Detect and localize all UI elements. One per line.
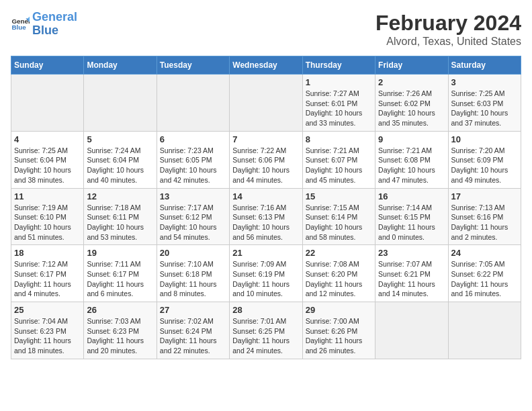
calendar-cell: 28Sunrise: 7:01 AMSunset: 6:25 PMDayligh… — [230, 302, 302, 359]
day-info: Sunrise: 7:04 AMSunset: 6:23 PMDaylight:… — [14, 316, 81, 356]
calendar-cell — [448, 302, 521, 359]
day-number: 22 — [306, 248, 372, 258]
day-info: Sunrise: 7:03 AMSunset: 6:23 PMDaylight:… — [87, 316, 153, 356]
day-number: 7 — [232, 134, 299, 144]
day-number: 18 — [14, 248, 81, 258]
calendar-cell: 11Sunrise: 7:19 AMSunset: 6:10 PMDayligh… — [11, 188, 84, 245]
day-number: 10 — [451, 134, 518, 144]
day-number: 8 — [306, 134, 372, 144]
day-number: 14 — [232, 191, 299, 201]
day-number: 16 — [378, 191, 445, 201]
day-number: 6 — [160, 134, 226, 144]
calendar-table: SundayMondayTuesdayWednesdayThursdayFrid… — [11, 56, 521, 359]
calendar-week-1: 1Sunrise: 7:27 AMSunset: 6:01 PMDaylight… — [11, 75, 521, 132]
day-number: 24 — [451, 248, 518, 258]
calendar-cell: 19Sunrise: 7:11 AMSunset: 6:17 PMDayligh… — [84, 245, 157, 302]
calendar-cell: 25Sunrise: 7:04 AMSunset: 6:23 PMDayligh… — [11, 302, 84, 359]
day-info: Sunrise: 7:22 AMSunset: 6:06 PMDaylight:… — [232, 146, 299, 185]
calendar-week-3: 11Sunrise: 7:19 AMSunset: 6:10 PMDayligh… — [11, 188, 521, 245]
day-info: Sunrise: 7:07 AMSunset: 6:21 PMDaylight:… — [378, 259, 445, 299]
calendar-cell — [11, 75, 84, 132]
calendar-cell: 20Sunrise: 7:10 AMSunset: 6:18 PMDayligh… — [157, 245, 229, 302]
calendar-cell: 5Sunrise: 7:24 AMSunset: 6:04 PMDaylight… — [84, 131, 157, 188]
calendar-cell: 24Sunrise: 7:05 AMSunset: 6:22 PMDayligh… — [448, 245, 521, 302]
calendar-cell: 29Sunrise: 7:00 AMSunset: 6:26 PMDayligh… — [302, 302, 375, 359]
calendar-body: 1Sunrise: 7:27 AMSunset: 6:01 PMDaylight… — [11, 75, 521, 359]
day-info: Sunrise: 7:12 AMSunset: 6:17 PMDaylight:… — [14, 259, 81, 299]
day-number: 20 — [160, 248, 226, 258]
calendar-cell: 18Sunrise: 7:12 AMSunset: 6:17 PMDayligh… — [11, 245, 84, 302]
day-info: Sunrise: 7:02 AMSunset: 6:24 PMDaylight:… — [160, 316, 226, 356]
day-info: Sunrise: 7:19 AMSunset: 6:10 PMDaylight:… — [14, 203, 81, 242]
calendar-cell: 9Sunrise: 7:21 AMSunset: 6:08 PMDaylight… — [375, 131, 448, 188]
day-number: 11 — [14, 191, 81, 201]
day-number: 17 — [451, 191, 518, 201]
calendar-cell: 21Sunrise: 7:09 AMSunset: 6:19 PMDayligh… — [230, 245, 302, 302]
calendar-cell: 10Sunrise: 7:20 AMSunset: 6:09 PMDayligh… — [448, 131, 521, 188]
calendar-cell: 4Sunrise: 7:25 AMSunset: 6:04 PMDaylight… — [11, 131, 84, 188]
calendar-cell: 2Sunrise: 7:26 AMSunset: 6:02 PMDaylight… — [375, 75, 448, 132]
calendar-cell: 17Sunrise: 7:13 AMSunset: 6:16 PMDayligh… — [448, 188, 521, 245]
weekday-header-wednesday: Wednesday — [230, 56, 302, 75]
calendar-cell: 27Sunrise: 7:02 AMSunset: 6:24 PMDayligh… — [157, 302, 229, 359]
calendar-header: SundayMondayTuesdayWednesdayThursdayFrid… — [11, 56, 521, 75]
calendar-cell: 1Sunrise: 7:27 AMSunset: 6:01 PMDaylight… — [302, 75, 375, 132]
calendar-cell: 7Sunrise: 7:22 AMSunset: 6:06 PMDaylight… — [230, 131, 302, 188]
calendar-week-2: 4Sunrise: 7:25 AMSunset: 6:04 PMDaylight… — [11, 131, 521, 188]
calendar-cell — [84, 75, 157, 132]
day-number: 27 — [160, 305, 226, 315]
day-info: Sunrise: 7:25 AMSunset: 6:03 PMDaylight:… — [451, 89, 518, 128]
calendar-cell: 3Sunrise: 7:25 AMSunset: 6:03 PMDaylight… — [448, 75, 521, 132]
day-number: 1 — [306, 77, 372, 87]
day-info: Sunrise: 7:11 AMSunset: 6:17 PMDaylight:… — [87, 259, 153, 299]
day-info: Sunrise: 7:01 AMSunset: 6:25 PMDaylight:… — [232, 316, 299, 356]
day-info: Sunrise: 7:14 AMSunset: 6:15 PMDaylight:… — [378, 203, 445, 242]
day-number: 3 — [451, 77, 518, 87]
svg-text:Blue: Blue — [11, 24, 26, 31]
day-number: 12 — [87, 191, 153, 201]
day-info: Sunrise: 7:27 AMSunset: 6:01 PMDaylight:… — [306, 89, 372, 128]
calendar-cell — [230, 75, 302, 132]
weekday-header-monday: Monday — [84, 56, 157, 75]
logo-text: General Blue — [32, 11, 77, 38]
day-number: 25 — [14, 305, 81, 315]
calendar-cell: 12Sunrise: 7:18 AMSunset: 6:11 PMDayligh… — [84, 188, 157, 245]
calendar-cell: 15Sunrise: 7:15 AMSunset: 6:14 PMDayligh… — [302, 188, 375, 245]
day-number: 29 — [306, 305, 372, 315]
day-number: 23 — [378, 248, 445, 258]
day-info: Sunrise: 7:17 AMSunset: 6:12 PMDaylight:… — [160, 203, 226, 242]
day-info: Sunrise: 7:00 AMSunset: 6:26 PMDaylight:… — [306, 316, 372, 356]
weekday-header-saturday: Saturday — [448, 56, 521, 75]
day-number: 9 — [378, 134, 445, 144]
logo: General Blue General Blue — [11, 11, 77, 38]
weekday-header-thursday: Thursday — [302, 56, 375, 75]
day-number: 28 — [232, 305, 299, 315]
day-info: Sunrise: 7:20 AMSunset: 6:09 PMDaylight:… — [451, 146, 518, 185]
day-number: 15 — [306, 191, 372, 201]
page-header: General Blue General Blue February 2024 … — [11, 11, 521, 48]
day-info: Sunrise: 7:05 AMSunset: 6:22 PMDaylight:… — [451, 259, 518, 299]
day-info: Sunrise: 7:10 AMSunset: 6:18 PMDaylight:… — [160, 259, 226, 299]
day-info: Sunrise: 7:23 AMSunset: 6:05 PMDaylight:… — [160, 146, 226, 185]
calendar-cell: 6Sunrise: 7:23 AMSunset: 6:05 PMDaylight… — [157, 131, 229, 188]
day-info: Sunrise: 7:21 AMSunset: 6:07 PMDaylight:… — [306, 146, 372, 185]
weekday-header-row: SundayMondayTuesdayWednesdayThursdayFrid… — [11, 56, 521, 75]
logo-icon: General Blue — [11, 15, 30, 34]
calendar-cell: 16Sunrise: 7:14 AMSunset: 6:15 PMDayligh… — [375, 188, 448, 245]
title-area: February 2024 Alvord, Texas, United Stat… — [375, 11, 521, 48]
weekday-header-tuesday: Tuesday — [157, 56, 229, 75]
day-info: Sunrise: 7:09 AMSunset: 6:19 PMDaylight:… — [232, 259, 299, 299]
calendar-cell: 13Sunrise: 7:17 AMSunset: 6:12 PMDayligh… — [157, 188, 229, 245]
calendar-cell: 14Sunrise: 7:16 AMSunset: 6:13 PMDayligh… — [230, 188, 302, 245]
calendar-cell — [375, 302, 448, 359]
calendar-week-5: 25Sunrise: 7:04 AMSunset: 6:23 PMDayligh… — [11, 302, 521, 359]
day-info: Sunrise: 7:26 AMSunset: 6:02 PMDaylight:… — [378, 89, 445, 128]
calendar-week-4: 18Sunrise: 7:12 AMSunset: 6:17 PMDayligh… — [11, 245, 521, 302]
calendar-cell: 22Sunrise: 7:08 AMSunset: 6:20 PMDayligh… — [302, 245, 375, 302]
day-info: Sunrise: 7:13 AMSunset: 6:16 PMDaylight:… — [451, 203, 518, 242]
day-info: Sunrise: 7:21 AMSunset: 6:08 PMDaylight:… — [378, 146, 445, 185]
day-number: 13 — [160, 191, 226, 201]
calendar-cell: 26Sunrise: 7:03 AMSunset: 6:23 PMDayligh… — [84, 302, 157, 359]
day-number: 21 — [232, 248, 299, 258]
calendar-cell: 23Sunrise: 7:07 AMSunset: 6:21 PMDayligh… — [375, 245, 448, 302]
